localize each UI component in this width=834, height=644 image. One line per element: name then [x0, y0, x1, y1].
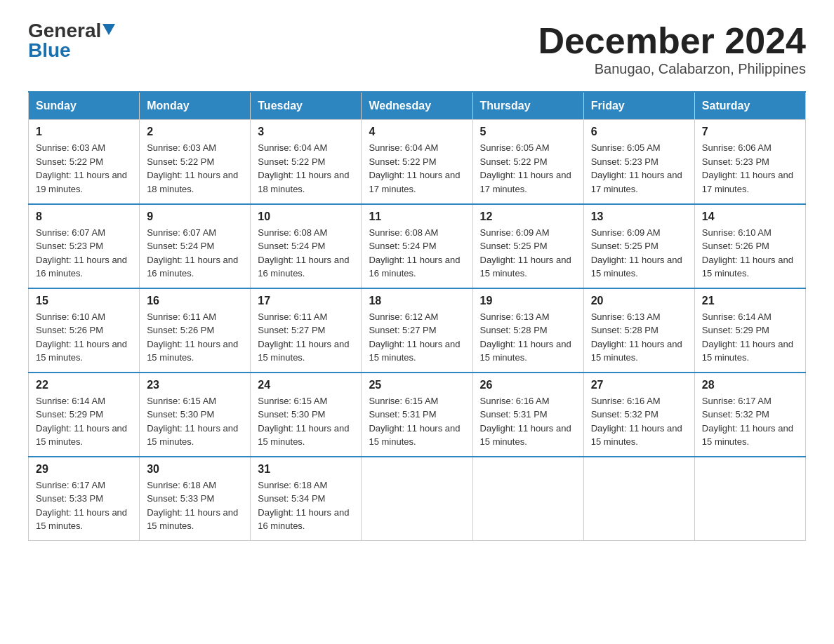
day-number: 20 — [591, 295, 687, 307]
calendar-cell: 31 Sunrise: 6:18 AMSunset: 5:34 PMDaylig… — [251, 457, 362, 541]
day-number: 31 — [258, 463, 354, 476]
calendar-cell: 27 Sunrise: 6:16 AMSunset: 5:32 PMDaylig… — [583, 373, 694, 457]
day-number: 21 — [702, 295, 798, 307]
day-info: Sunrise: 6:14 AMSunset: 5:29 PMDaylight:… — [702, 311, 793, 363]
day-number: 10 — [258, 210, 354, 223]
calendar-cell: 16 Sunrise: 6:11 AMSunset: 5:26 PMDaylig… — [140, 288, 251, 373]
calendar-cell: 20 Sunrise: 6:13 AMSunset: 5:28 PMDaylig… — [583, 288, 694, 373]
day-info: Sunrise: 6:03 AMSunset: 5:22 PMDaylight:… — [36, 142, 127, 194]
day-number: 2 — [147, 126, 243, 138]
calendar-cell: 28 Sunrise: 6:17 AMSunset: 5:32 PMDaylig… — [694, 373, 805, 457]
header-tuesday: Tuesday — [251, 92, 362, 120]
day-info: Sunrise: 6:09 AMSunset: 5:25 PMDaylight:… — [480, 227, 571, 279]
day-number: 17 — [258, 295, 354, 307]
day-info: Sunrise: 6:17 AMSunset: 5:33 PMDaylight:… — [36, 480, 127, 532]
calendar-cell — [362, 457, 472, 541]
day-number: 11 — [369, 210, 465, 223]
day-info: Sunrise: 6:12 AMSunset: 5:27 PMDaylight:… — [369, 311, 460, 363]
day-info: Sunrise: 6:16 AMSunset: 5:31 PMDaylight:… — [480, 396, 571, 448]
day-number: 5 — [480, 126, 576, 138]
day-info: Sunrise: 6:15 AMSunset: 5:31 PMDaylight:… — [369, 396, 460, 448]
day-info: Sunrise: 6:10 AMSunset: 5:26 PMDaylight:… — [36, 311, 127, 363]
day-number: 13 — [591, 210, 687, 223]
month-title: December 2024 — [538, 21, 806, 61]
calendar-cell: 4 Sunrise: 6:04 AMSunset: 5:22 PMDayligh… — [362, 120, 472, 204]
day-info: Sunrise: 6:11 AMSunset: 5:27 PMDaylight:… — [258, 311, 349, 363]
calendar-cell: 7 Sunrise: 6:06 AMSunset: 5:23 PMDayligh… — [694, 120, 805, 204]
calendar-cell: 15 Sunrise: 6:10 AMSunset: 5:26 PMDaylig… — [29, 288, 140, 373]
calendar-table: SundayMondayTuesdayWednesdayThursdayFrid… — [28, 91, 806, 541]
location-subtitle: Banugao, Calabarzon, Philippines — [538, 61, 806, 77]
calendar-cell: 6 Sunrise: 6:05 AMSunset: 5:23 PMDayligh… — [583, 120, 694, 204]
calendar-cell: 11 Sunrise: 6:08 AMSunset: 5:24 PMDaylig… — [362, 204, 472, 288]
header-sunday: Sunday — [29, 92, 140, 120]
logo-general: General — [28, 21, 101, 41]
day-number: 23 — [147, 379, 243, 391]
day-info: Sunrise: 6:18 AMSunset: 5:34 PMDaylight:… — [258, 480, 349, 532]
day-number: 30 — [147, 463, 243, 476]
logo: General Blue — [28, 21, 115, 60]
days-header-row: SundayMondayTuesdayWednesdayThursdayFrid… — [29, 92, 806, 120]
calendar-cell: 12 Sunrise: 6:09 AMSunset: 5:25 PMDaylig… — [472, 204, 583, 288]
day-number: 6 — [591, 126, 687, 138]
calendar-cell: 21 Sunrise: 6:14 AMSunset: 5:29 PMDaylig… — [694, 288, 805, 373]
day-info: Sunrise: 6:15 AMSunset: 5:30 PMDaylight:… — [147, 396, 238, 448]
logo-triangle-icon — [102, 24, 115, 35]
header-wednesday: Wednesday — [362, 92, 472, 120]
week-row-5: 29 Sunrise: 6:17 AMSunset: 5:33 PMDaylig… — [29, 457, 806, 541]
calendar-cell: 13 Sunrise: 6:09 AMSunset: 5:25 PMDaylig… — [583, 204, 694, 288]
day-number: 15 — [36, 295, 132, 307]
day-info: Sunrise: 6:14 AMSunset: 5:29 PMDaylight:… — [36, 396, 127, 448]
week-row-4: 22 Sunrise: 6:14 AMSunset: 5:29 PMDaylig… — [29, 373, 806, 457]
page-header: General Blue December 2024 Banugao, Cala… — [28, 21, 806, 77]
calendar-cell: 5 Sunrise: 6:05 AMSunset: 5:22 PMDayligh… — [472, 120, 583, 204]
calendar-cell: 2 Sunrise: 6:03 AMSunset: 5:22 PMDayligh… — [140, 120, 251, 204]
day-info: Sunrise: 6:17 AMSunset: 5:32 PMDaylight:… — [702, 396, 793, 448]
day-number: 8 — [36, 210, 132, 223]
day-info: Sunrise: 6:05 AMSunset: 5:22 PMDaylight:… — [480, 142, 571, 194]
day-number: 26 — [480, 379, 576, 391]
calendar-cell: 23 Sunrise: 6:15 AMSunset: 5:30 PMDaylig… — [140, 373, 251, 457]
day-number: 16 — [147, 295, 243, 307]
logo-blue: Blue — [28, 39, 71, 61]
day-info: Sunrise: 6:15 AMSunset: 5:30 PMDaylight:… — [258, 396, 349, 448]
calendar-cell: 25 Sunrise: 6:15 AMSunset: 5:31 PMDaylig… — [362, 373, 472, 457]
day-info: Sunrise: 6:16 AMSunset: 5:32 PMDaylight:… — [591, 396, 682, 448]
calendar-cell: 10 Sunrise: 6:08 AMSunset: 5:24 PMDaylig… — [251, 204, 362, 288]
day-info: Sunrise: 6:18 AMSunset: 5:33 PMDaylight:… — [147, 480, 238, 532]
day-info: Sunrise: 6:10 AMSunset: 5:26 PMDaylight:… — [702, 227, 793, 279]
day-info: Sunrise: 6:11 AMSunset: 5:26 PMDaylight:… — [147, 311, 238, 363]
day-info: Sunrise: 6:04 AMSunset: 5:22 PMDaylight:… — [369, 142, 460, 194]
day-number: 1 — [36, 126, 132, 138]
day-number: 24 — [258, 379, 354, 391]
day-info: Sunrise: 6:07 AMSunset: 5:24 PMDaylight:… — [147, 227, 238, 279]
day-number: 14 — [702, 210, 798, 223]
day-info: Sunrise: 6:13 AMSunset: 5:28 PMDaylight:… — [480, 311, 571, 363]
day-number: 4 — [369, 126, 465, 138]
day-number: 29 — [36, 463, 132, 476]
calendar-cell: 17 Sunrise: 6:11 AMSunset: 5:27 PMDaylig… — [251, 288, 362, 373]
calendar-cell: 19 Sunrise: 6:13 AMSunset: 5:28 PMDaylig… — [472, 288, 583, 373]
calendar-cell — [472, 457, 583, 541]
calendar-cell — [694, 457, 805, 541]
calendar-cell: 26 Sunrise: 6:16 AMSunset: 5:31 PMDaylig… — [472, 373, 583, 457]
day-number: 18 — [369, 295, 465, 307]
day-info: Sunrise: 6:07 AMSunset: 5:23 PMDaylight:… — [36, 227, 127, 279]
day-number: 25 — [369, 379, 465, 391]
calendar-cell: 24 Sunrise: 6:15 AMSunset: 5:30 PMDaylig… — [251, 373, 362, 457]
header-thursday: Thursday — [472, 92, 583, 120]
calendar-cell: 29 Sunrise: 6:17 AMSunset: 5:33 PMDaylig… — [29, 457, 140, 541]
calendar-cell: 1 Sunrise: 6:03 AMSunset: 5:22 PMDayligh… — [29, 120, 140, 204]
day-info: Sunrise: 6:05 AMSunset: 5:23 PMDaylight:… — [591, 142, 682, 194]
calendar-cell: 9 Sunrise: 6:07 AMSunset: 5:24 PMDayligh… — [140, 204, 251, 288]
day-info: Sunrise: 6:13 AMSunset: 5:28 PMDaylight:… — [591, 311, 682, 363]
calendar-cell: 14 Sunrise: 6:10 AMSunset: 5:26 PMDaylig… — [694, 204, 805, 288]
day-number: 22 — [36, 379, 132, 391]
calendar-cell: 22 Sunrise: 6:14 AMSunset: 5:29 PMDaylig… — [29, 373, 140, 457]
svg-marker-0 — [102, 24, 115, 35]
day-number: 12 — [480, 210, 576, 223]
week-row-1: 1 Sunrise: 6:03 AMSunset: 5:22 PMDayligh… — [29, 120, 806, 204]
day-info: Sunrise: 6:03 AMSunset: 5:22 PMDaylight:… — [147, 142, 238, 194]
day-info: Sunrise: 6:06 AMSunset: 5:23 PMDaylight:… — [702, 142, 793, 194]
week-row-2: 8 Sunrise: 6:07 AMSunset: 5:23 PMDayligh… — [29, 204, 806, 288]
